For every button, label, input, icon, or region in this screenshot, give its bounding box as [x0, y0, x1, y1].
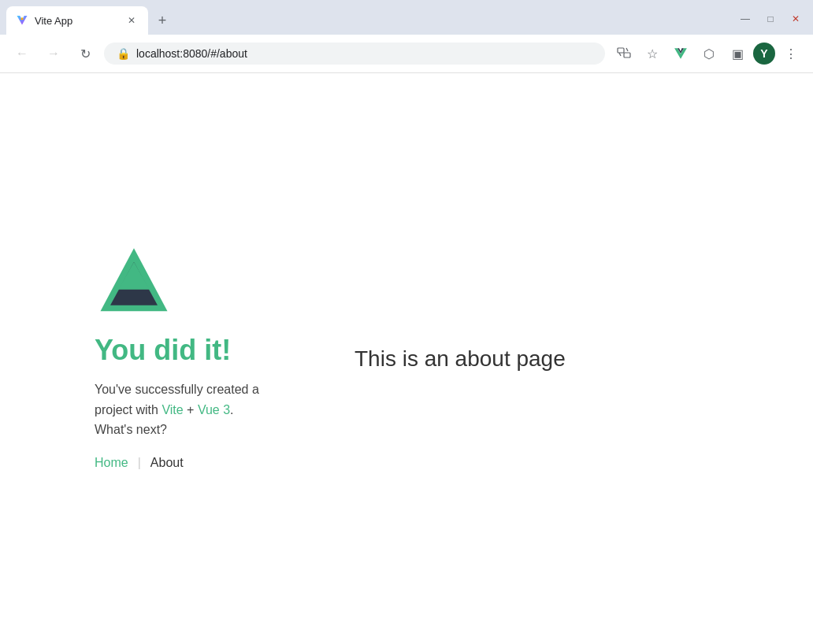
minimize-button[interactable]: —: [734, 8, 756, 30]
browser-window: Vite App ✕ + — □ ✕ ← →: [0, 0, 813, 644]
translate-button[interactable]: [611, 41, 637, 66]
bookmark-icon: ☆: [647, 46, 658, 61]
hero-desc-part2: What's next?: [95, 423, 167, 436]
tab-close-button[interactable]: ✕: [124, 13, 139, 28]
menu-icon: ⋮: [785, 46, 797, 61]
restore-button[interactable]: □: [759, 8, 781, 30]
vue-link[interactable]: Vue 3: [198, 403, 230, 416]
toolbar-icons: ☆ ⬡ ▣ Y ⋮: [611, 41, 804, 66]
profile-icon: Y: [760, 47, 767, 60]
new-tab-button[interactable]: +: [151, 9, 173, 31]
close-button[interactable]: ✕: [785, 8, 807, 30]
sidebar-button[interactable]: ▣: [725, 41, 750, 66]
tab-favicon-icon: [16, 14, 28, 27]
hero-title: You did it!: [95, 334, 291, 367]
translate-icon: [616, 46, 632, 61]
refresh-icon: ↻: [80, 46, 91, 61]
tab-bar: Vite App ✕ +: [6, 6, 731, 35]
title-bar: Vite App ✕ + — □ ✕: [0, 0, 813, 35]
about-nav-link[interactable]: About: [150, 456, 184, 470]
vue-extension-button[interactable]: [668, 41, 693, 66]
desc-period: .: [230, 403, 233, 416]
svg-rect-0: [618, 48, 624, 53]
vue-extension-icon: [674, 46, 688, 61]
sidebar-icon: ▣: [732, 46, 744, 61]
profile-button[interactable]: Y: [753, 43, 775, 65]
back-icon: ←: [16, 46, 28, 61]
vite-link[interactable]: Vite: [161, 403, 183, 416]
window-controls: — □ ✕: [734, 8, 807, 30]
url-text: localhost:8080/#/about: [136, 47, 592, 60]
address-bar[interactable]: 🔒 localhost:8080/#/about: [104, 43, 605, 65]
about-page-text: This is an about page: [355, 346, 566, 372]
home-nav-link[interactable]: Home: [95, 456, 128, 470]
active-tab[interactable]: Vite App ✕: [6, 6, 148, 35]
navigation-bar: ← → ↻ 🔒 localhost:8080/#/about ☆: [0, 35, 813, 73]
page-content: You did it! You've successfully created …: [0, 73, 813, 644]
desc-plus: +: [184, 403, 198, 416]
refresh-button[interactable]: ↻: [72, 41, 98, 66]
back-button[interactable]: ←: [9, 41, 35, 66]
bookmark-button[interactable]: ☆: [640, 41, 665, 66]
hero-description: You've successfully created a project wi…: [95, 379, 291, 440]
nav-links: Home | About: [95, 456, 291, 470]
menu-button[interactable]: ⋮: [778, 41, 804, 66]
extensions-button[interactable]: ⬡: [696, 41, 722, 66]
extensions-icon: ⬡: [703, 46, 715, 61]
vue-logo-icon: [95, 247, 173, 318]
nav-separator: |: [138, 456, 141, 470]
right-section: This is an about page: [355, 346, 566, 372]
tab-title: Vite App: [35, 15, 118, 27]
lock-icon: 🔒: [117, 47, 130, 60]
forward-button[interactable]: →: [41, 41, 66, 66]
left-section: You did it! You've successfully created …: [95, 247, 291, 470]
svg-rect-1: [624, 53, 630, 57]
forward-icon: →: [47, 46, 60, 61]
